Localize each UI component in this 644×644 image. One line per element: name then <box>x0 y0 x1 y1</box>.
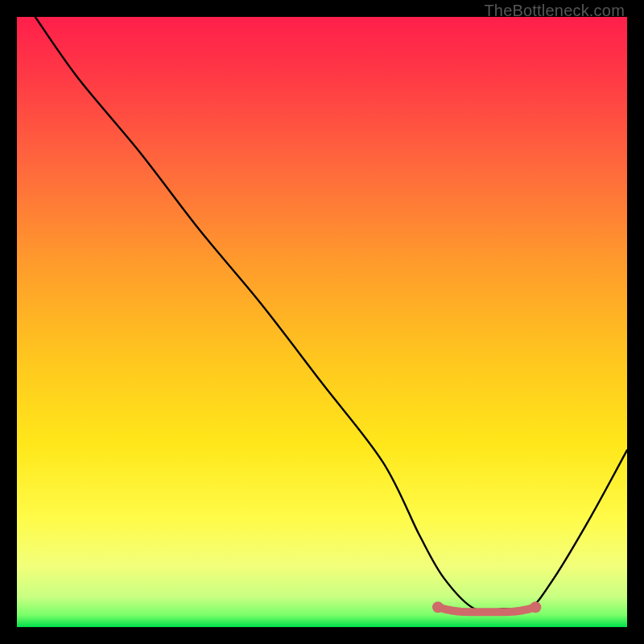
gradient-background <box>17 17 627 627</box>
bottleneck-chart <box>17 17 627 627</box>
chart-frame <box>17 17 627 627</box>
optimal-region-end-dot <box>530 601 541 613</box>
watermark-text: TheBottleneck.com <box>484 2 625 20</box>
optimal-region-start-dot <box>432 601 444 613</box>
